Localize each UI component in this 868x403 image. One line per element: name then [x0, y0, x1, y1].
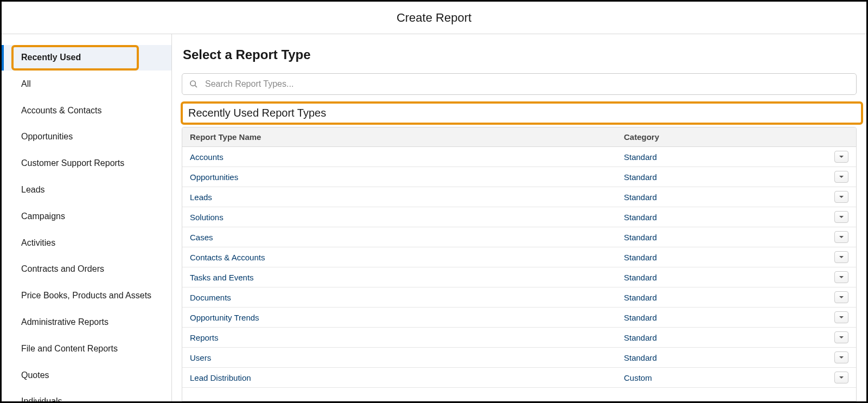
- report-type-category: Standard: [616, 169, 822, 185]
- table-row[interactable]: CasesStandard: [182, 227, 856, 247]
- sidebar-item-label: Contracts and Orders: [21, 264, 104, 273]
- caret-down-icon: [839, 254, 844, 260]
- row-action-cell: [822, 167, 856, 187]
- report-type-name[interactable]: Tasks and Events: [182, 269, 616, 286]
- table-row[interactable]: Lead DistributionCustom: [182, 368, 856, 388]
- row-action-button[interactable]: [834, 291, 848, 303]
- report-type-category: Standard: [616, 209, 822, 226]
- report-type-category: Standard: [616, 229, 822, 246]
- row-action-button[interactable]: [834, 251, 848, 263]
- report-type-name[interactable]: Opportunities: [182, 169, 616, 185]
- sidebar-item[interactable]: Contracts and Orders: [2, 257, 171, 282]
- table-row[interactable]: DocumentsStandard: [182, 287, 856, 308]
- row-action-button[interactable]: [834, 211, 848, 223]
- report-type-table: Report Type Name Category AccountsStanda…: [182, 127, 857, 401]
- sidebar-item[interactable]: Opportunities: [2, 124, 171, 150]
- table-row[interactable]: AccountsStandard: [182, 147, 856, 167]
- table-row[interactable]: UsersStandard: [182, 348, 856, 368]
- column-header-category[interactable]: Category: [616, 127, 822, 146]
- sidebar-item-label: Recently Used: [21, 53, 81, 62]
- row-action-button[interactable]: [834, 171, 848, 183]
- row-action-button[interactable]: [834, 151, 848, 163]
- table-row[interactable]: Opportunity TrendsStandard: [182, 308, 856, 328]
- search-icon: [189, 80, 198, 88]
- sidebar-item-label: Individuals: [21, 396, 62, 401]
- row-action-button[interactable]: [834, 331, 848, 343]
- caret-down-icon: [839, 194, 844, 200]
- report-type-name[interactable]: Documents: [182, 289, 616, 306]
- report-type-category: Standard: [616, 349, 822, 366]
- caret-down-icon: [839, 375, 844, 380]
- sidebar-item-label: Customer Support Reports: [21, 158, 124, 168]
- sidebar-item[interactable]: Quotes: [2, 363, 171, 388]
- sidebar-item[interactable]: Campaigns: [2, 204, 171, 229]
- sidebar-item[interactable]: All: [2, 72, 171, 97]
- caret-down-icon: [839, 234, 844, 240]
- report-type-name[interactable]: Cases: [182, 229, 616, 246]
- row-action-button[interactable]: [834, 271, 848, 283]
- row-action-button[interactable]: [834, 231, 848, 243]
- row-action-cell: [822, 207, 856, 227]
- row-action-cell: [822, 328, 856, 347]
- sidebar-item-label: Leads: [21, 185, 45, 194]
- report-type-name[interactable]: Users: [182, 349, 616, 366]
- modal-header: Create Report: [2, 2, 866, 34]
- report-type-category: Standard: [616, 189, 822, 206]
- sidebar-item-label: Activities: [21, 238, 55, 247]
- sidebar-item-label: File and Content Reports: [21, 344, 118, 353]
- search-wrapper: [182, 73, 857, 95]
- report-type-name[interactable]: Leads: [182, 189, 616, 206]
- table-row[interactable]: OpportunitiesStandard: [182, 167, 856, 187]
- report-type-category: Standard: [616, 269, 822, 286]
- report-type-name[interactable]: Lead Distribution: [182, 369, 616, 386]
- main-panel: Select a Report Type Recently Used Repor…: [172, 34, 866, 401]
- caret-down-icon: [839, 274, 844, 280]
- sidebar-item[interactable]: Individuals: [2, 389, 171, 401]
- row-action-cell: [822, 187, 856, 207]
- row-action-button[interactable]: [834, 372, 848, 383]
- row-action-cell: [822, 368, 856, 387]
- row-action-button[interactable]: [834, 191, 848, 203]
- sidebar-item-label: Price Books, Products and Assets: [21, 291, 151, 300]
- sidebar-item[interactable]: Customer Support Reports: [2, 151, 171, 176]
- sidebar-item[interactable]: Accounts & Contacts: [2, 98, 171, 124]
- sidebar-item[interactable]: Administrative Reports: [2, 310, 171, 335]
- caret-down-icon: [839, 214, 844, 220]
- report-type-name[interactable]: Reports: [182, 329, 616, 346]
- report-type-name[interactable]: Contacts & Accounts: [182, 249, 616, 266]
- table-header: Report Type Name Category: [182, 127, 856, 147]
- caret-down-icon: [839, 295, 844, 300]
- report-type-category: Standard: [616, 249, 822, 266]
- table-row[interactable]: Contacts & AccountsStandard: [182, 247, 856, 267]
- search-input[interactable]: [182, 73, 857, 95]
- modal-content: Recently UsedAllAccounts & ContactsOppor…: [2, 34, 866, 401]
- section-title: Recently Used Report Types: [182, 105, 857, 121]
- table-row[interactable]: SolutionsStandard: [182, 207, 856, 227]
- sidebar-item[interactable]: Recently Used: [2, 45, 171, 71]
- row-action-cell: [822, 227, 856, 247]
- table-row[interactable]: ReportsStandard: [182, 328, 856, 348]
- report-type-category: Standard: [616, 289, 822, 306]
- sidebar-item[interactable]: Activities: [2, 231, 171, 256]
- sidebar-item-label: Administrative Reports: [21, 317, 108, 327]
- sidebar-item-label: All: [21, 79, 31, 88]
- category-sidebar: Recently UsedAllAccounts & ContactsOppor…: [2, 34, 172, 401]
- main-title: Select a Report Type: [182, 47, 857, 62]
- report-type-name[interactable]: Opportunity Trends: [182, 309, 616, 326]
- sidebar-item[interactable]: Leads: [2, 177, 171, 203]
- report-type-category: Standard: [616, 329, 822, 346]
- table-row[interactable]: LeadsStandard: [182, 187, 856, 207]
- report-type-name[interactable]: Accounts: [182, 149, 616, 165]
- sidebar-item[interactable]: File and Content Reports: [2, 336, 171, 362]
- row-action-cell: [822, 147, 856, 167]
- row-action-button[interactable]: [834, 311, 848, 323]
- row-action-cell: [822, 308, 856, 327]
- sidebar-item[interactable]: Price Books, Products and Assets: [2, 283, 171, 309]
- table-row[interactable]: Tasks and EventsStandard: [182, 267, 856, 287]
- svg-line-1: [195, 85, 197, 87]
- column-header-name[interactable]: Report Type Name: [182, 127, 616, 146]
- report-type-name[interactable]: Solutions: [182, 209, 616, 226]
- caret-down-icon: [839, 355, 844, 360]
- caret-down-icon: [839, 174, 844, 180]
- row-action-button[interactable]: [834, 351, 848, 363]
